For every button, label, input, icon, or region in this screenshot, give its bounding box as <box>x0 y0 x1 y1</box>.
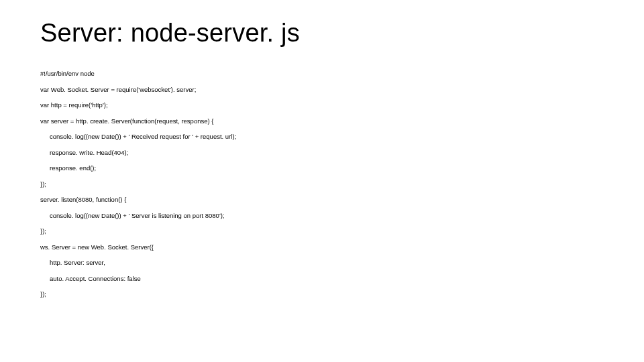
code-line: console. log((new Date()) + ' Server is … <box>40 213 604 219</box>
code-line: response. end(); <box>40 165 604 172</box>
code-line: var http = require('http'); <box>40 102 604 109</box>
code-line: }); <box>40 291 604 298</box>
code-line: server. listen(8080, function() { <box>40 196 604 203</box>
slide-title: Server: node-server. js <box>40 19 604 48</box>
code-line: #!/usr/bin/env node <box>40 70 604 77</box>
code-line: auto. Accept. Connections: false <box>40 276 604 282</box>
code-line: }); <box>40 228 604 235</box>
code-line: console. log((new Date()) + ' Received r… <box>40 133 604 140</box>
code-line: var server = http. create. Server(functi… <box>40 118 604 125</box>
slide: Server: node-server. js #!/usr/bin/env n… <box>0 0 644 320</box>
code-line: response. write. Head(404); <box>40 149 604 156</box>
code-block: #!/usr/bin/env nodevar Web. Socket. Serv… <box>40 70 604 298</box>
code-line: }); <box>40 181 604 188</box>
code-line: var Web. Socket. Server = require('webso… <box>40 86 604 93</box>
code-line: ws. Server = new Web. Socket. Server({ <box>40 244 604 251</box>
code-line: http. Server: server, <box>40 259 604 266</box>
